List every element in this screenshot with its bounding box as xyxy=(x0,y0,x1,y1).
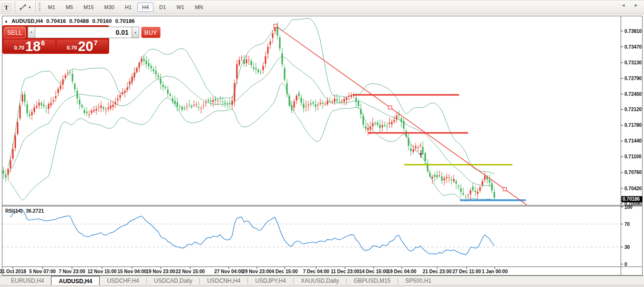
close-value: 0.70186 xyxy=(115,18,135,24)
rsi-value: 36.2721 xyxy=(26,208,44,214)
symbol-period-label: AUDUSD,H4 xyxy=(11,18,43,24)
time-tick-label: 5 Nov 07:00 xyxy=(29,269,56,274)
timeframe-button-group: M1M5M15M30H1H4D1W1MN xyxy=(43,2,208,12)
price-tick-label: 0.72120 xyxy=(624,107,642,112)
chart-tab-gbpusd-m15[interactable]: GBPUSD,M15 xyxy=(347,276,398,286)
volume-decrease-button[interactable]: ▼ xyxy=(28,27,35,38)
time-tick-label: 22 Nov 15:00 xyxy=(175,269,205,274)
low-value: 0.70160 xyxy=(92,18,112,24)
toolbar-separator xyxy=(35,1,36,13)
time-tick-label: 27 Dec 11:00 xyxy=(452,269,481,274)
time-tick-label: 19 Nov 23:00 xyxy=(146,269,175,274)
sell-button[interactable]: SELL xyxy=(4,27,26,38)
tab-scroll-controls: ◄ ► xyxy=(621,3,638,8)
chart-tabs: EURUSD,H4AUDUSD,H4USDCHF,H4USDCAD,DailyU… xyxy=(4,276,439,287)
bid-pipette-digit: 6 xyxy=(41,39,45,47)
collapse-panel-icon[interactable]: ▲ xyxy=(4,19,8,23)
price-tick-label: 0.71100 xyxy=(624,154,642,159)
time-tick-label: 14 Dec 15:00 xyxy=(359,269,388,274)
toolbar-grip-handle[interactable] xyxy=(39,2,41,12)
price-tick-label: 0.72450 xyxy=(624,92,642,97)
ask-prefix: 0.70 xyxy=(67,45,77,51)
rsi-tick-label: 70 xyxy=(624,222,630,227)
trendline-handle[interactable] xyxy=(388,106,392,109)
time-tick-label: 21 Dec 23:00 xyxy=(423,269,452,274)
time-tick-label: 15 Nov 04:00 xyxy=(117,269,147,274)
open-value: 0.70416 xyxy=(46,18,66,24)
dropdown-caret-icon: ▼ xyxy=(28,6,31,9)
text-tool-icon: T xyxy=(2,3,11,11)
toolbar-separator xyxy=(15,1,15,13)
price-tick-label: 0.70760 xyxy=(624,170,642,175)
time-tick-label: 31 Oct 2018 xyxy=(0,269,26,274)
bid-prefix: 0.70 xyxy=(14,45,24,51)
arrange-arrows-button[interactable]: ▼ xyxy=(18,2,33,12)
rsi-tick-label: 30 xyxy=(624,245,630,250)
chart-tab-usdjpy-h4[interactable]: USDJPY,H4 xyxy=(248,276,293,286)
timeframe-button-m30[interactable]: M30 xyxy=(100,2,119,12)
time-tick-label: 19 Dec 04:00 xyxy=(388,269,417,274)
volume-input[interactable] xyxy=(35,27,132,38)
timeframe-button-w1[interactable]: W1 xyxy=(172,2,189,12)
chart-tab-xauusd-daily[interactable]: XAUUSD,Daily xyxy=(294,276,346,286)
time-tick-label: 7 Dec 04:00 xyxy=(303,269,329,274)
time-tick-label: 12 Nov 15:00 xyxy=(87,269,117,274)
chart-tab-usdchf-h4[interactable]: USDCHF,H4 xyxy=(100,276,146,286)
tab-scroll-right-icon[interactable]: ► xyxy=(634,3,638,8)
bid-big-digits: 18 xyxy=(25,41,41,52)
volume-increase-button[interactable]: ▲ xyxy=(132,27,139,38)
ask-price-display[interactable]: 0.70 20 7 xyxy=(57,40,108,52)
chart-tab-usdcnh-h4[interactable]: USDCNH,H4 xyxy=(200,276,247,286)
timeframe-button-m5[interactable]: M5 xyxy=(61,2,78,12)
volume-stepper: ▼ ▲ xyxy=(28,27,139,38)
diagonal-arrows-icon xyxy=(19,3,27,11)
rsi-indicator-label: RSI(14) 36.2721 xyxy=(5,208,44,214)
bid-price-display[interactable]: 0.70 18 6 xyxy=(4,40,55,52)
chart-tab-bar: EURUSD,H4AUDUSD,H4USDCHF,H4USDCAD,DailyU… xyxy=(0,276,644,287)
ask-pipette-digit: 7 xyxy=(94,39,98,47)
top-toolbar: T ▼ M1M5M15M30H1H4D1W1MN xyxy=(0,0,644,14)
timeframe-button-m1[interactable]: M1 xyxy=(43,2,60,12)
chart-tab-eurusd-h4[interactable]: EURUSD,H4 xyxy=(4,276,51,286)
timeframe-button-h1[interactable]: H1 xyxy=(120,2,136,12)
timeframe-button-m15[interactable]: M15 xyxy=(79,2,98,12)
time-tick-label: 29 Nov 23:00 xyxy=(242,269,272,274)
price-tick-label: 0.73130 xyxy=(624,60,642,65)
high-value: 0.70488 xyxy=(69,18,89,24)
price-tick-label: 0.73810 xyxy=(624,29,642,34)
time-tick-label: 11 Dec 23:00 xyxy=(331,269,359,274)
timeframe-button-d1[interactable]: D1 xyxy=(154,2,171,12)
current-price-label: 0.70186 xyxy=(623,196,640,202)
timeframe-button-mn[interactable]: MN xyxy=(190,2,208,12)
one-click-trading-panel: SELL ▼ ▲ BUY 0.70 18 6 0.70 20 7 xyxy=(2,25,109,54)
rsi-name: RSI(14) xyxy=(5,208,22,214)
time-tick-label: 7 Nov 23:00 xyxy=(59,269,85,274)
rsi-tick-label: 100 xyxy=(624,205,633,210)
price-tick-label: 0.73470 xyxy=(624,44,642,50)
time-tick-label: 4 Dec 15:00 xyxy=(271,269,297,274)
timeframe-button-h4[interactable]: H4 xyxy=(137,2,153,12)
trendline-handle[interactable] xyxy=(274,24,277,28)
rsi-tick-label: 0 xyxy=(624,262,627,267)
chart-tab-sp500-h1[interactable]: SP500,H1 xyxy=(398,276,439,286)
chart-ohlc-title: ▲ AUDUSD,H4 0.70416 0.70488 0.70160 0.70… xyxy=(4,18,138,24)
trendline-handle[interactable] xyxy=(503,188,507,191)
price-tick-label: 0.72790 xyxy=(624,76,642,81)
tab-scroll-left-icon[interactable]: ◄ xyxy=(621,3,625,8)
text-tool-button[interactable]: T xyxy=(0,2,12,12)
ask-big-digits: 20 xyxy=(78,41,93,52)
buy-button[interactable]: BUY xyxy=(141,27,161,38)
chart-tab-audusd-h4[interactable]: AUDUSD,H4 xyxy=(51,276,100,287)
price-tick-label: 0.70420 xyxy=(624,186,642,191)
time-tick-label: 27 Nov 04:00 xyxy=(214,269,244,274)
time-tick-label: 1 Jan 00:00 xyxy=(482,269,508,274)
price-tick-label: 0.71780 xyxy=(624,123,642,128)
chart-tab-usdcad-daily[interactable]: USDCAD,Daily xyxy=(147,276,200,286)
price-tick-label: 0.71440 xyxy=(624,138,642,144)
